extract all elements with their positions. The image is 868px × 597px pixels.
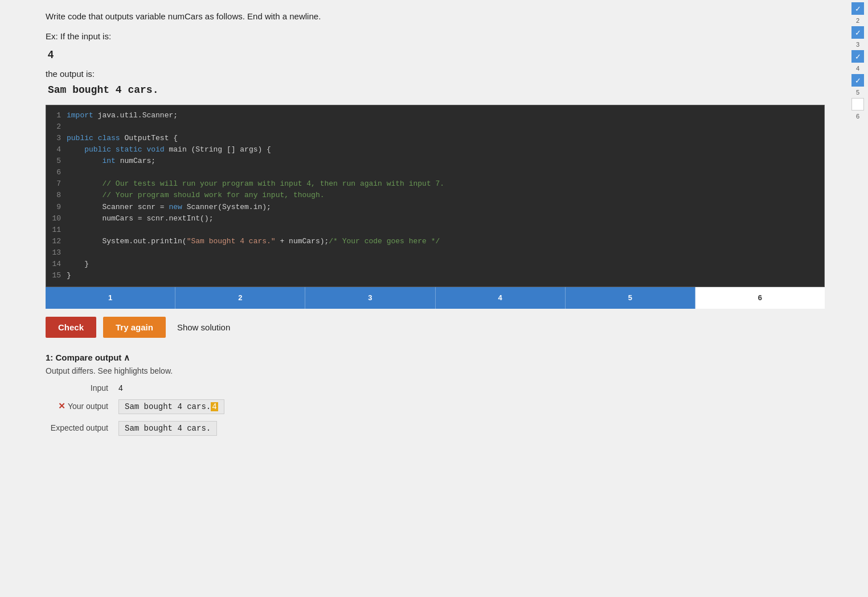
compare-header: 1: Compare output ∧	[46, 353, 825, 363]
code-line-10: 10 numCars = scnr.nextInt();	[46, 213, 824, 224]
sidebar-num-5: 6	[856, 113, 859, 120]
input-label: Input	[46, 383, 108, 392]
code-line-15: 15 }	[46, 270, 824, 281]
sidebar-num-2: 3	[856, 41, 859, 48]
your-output-prefix: Sam bought 4 cars.	[125, 402, 211, 411]
expected-output-box: Sam bought 4 cars.	[118, 421, 217, 436]
right-sidebar: ✓ 2 ✓ 3 ✓ 4 ✓ 5 6	[847, 0, 868, 597]
code-line-3: 3 public class OutputTest {	[46, 133, 824, 144]
try-again-button[interactable]: Try again	[103, 317, 166, 338]
expected-output-row: Expected output Sam bought 4 cars.	[46, 421, 825, 436]
buttons-row: Check Try again Show solution	[46, 309, 825, 348]
progress-bar: 1 2 3 4 5 6	[46, 287, 825, 309]
sidebar-check-4[interactable]: ✓	[851, 74, 864, 87]
sidebar-item-2[interactable]: ✓ 3	[851, 26, 864, 48]
expected-output-label: Expected output	[46, 423, 108, 432]
your-output-suffix: 4	[211, 402, 218, 411]
code-line-12: 12 System.out.println("Sam bought 4 cars…	[46, 236, 824, 247]
show-solution-button[interactable]: Show solution	[173, 317, 235, 338]
code-editor[interactable]: 1 import java.util.Scanner; 2 3 public c…	[46, 105, 825, 287]
description-text: Write code that outputs variable numCars…	[46, 10, 825, 23]
code-line-13: 13	[46, 247, 824, 259]
code-line-14: 14 }	[46, 259, 824, 270]
progress-seg-1: 1	[46, 287, 175, 309]
compare-input-row: Input 4	[46, 383, 825, 392]
code-line-2: 2	[46, 121, 824, 133]
code-line-1: 1 import java.util.Scanner;	[46, 110, 824, 121]
progress-seg-6: 6	[695, 287, 825, 309]
compare-section: 1: Compare output ∧ Output differs. See …	[46, 353, 825, 436]
progress-seg-4: 4	[436, 287, 566, 309]
code-line-6: 6	[46, 167, 824, 178]
sidebar-item-3[interactable]: ✓ 4	[851, 50, 864, 72]
code-line-5: 5 int numCars;	[46, 156, 824, 167]
your-output-label: ✕ Your output	[46, 401, 108, 411]
sidebar-check-1[interactable]: ✓	[851, 2, 864, 15]
sidebar-item-1[interactable]: ✓ 2	[851, 2, 864, 24]
error-x-icon: ✕	[58, 401, 65, 411]
sidebar-check-2[interactable]: ✓	[851, 26, 864, 39]
input-value: 4	[48, 49, 825, 61]
progress-seg-5: 5	[566, 287, 695, 309]
sidebar-num-1: 2	[856, 17, 859, 24]
sidebar-num-4: 5	[856, 89, 859, 96]
sidebar-item-4[interactable]: ✓ 5	[851, 74, 864, 96]
output-label: the output is:	[46, 69, 825, 79]
check-button[interactable]: Check	[46, 317, 96, 338]
output-value: Sam bought 4 cars.	[48, 84, 825, 96]
code-line-9: 9 Scanner scnr = new Scanner(System.in);	[46, 202, 824, 213]
input-val: 4	[118, 383, 123, 392]
code-line-7: 7 // Our tests will run your program wit…	[46, 178, 824, 190]
code-line-11: 11	[46, 224, 824, 236]
sidebar-item-5[interactable]: 6	[851, 98, 864, 120]
progress-seg-3: 3	[305, 287, 435, 309]
code-line-4: 4 public static void main (String [] arg…	[46, 144, 824, 156]
your-output-box: Sam bought 4 cars.4	[118, 399, 224, 414]
progress-seg-2: 2	[175, 287, 305, 309]
sidebar-check-3[interactable]: ✓	[851, 50, 864, 63]
expected-output-value: Sam bought 4 cars.	[125, 424, 211, 433]
sidebar-num-3: 4	[856, 65, 859, 72]
code-line-8: 8 // Your program should work for any in…	[46, 190, 824, 201]
compare-sub: Output differs. See highlights below.	[46, 366, 825, 375]
sidebar-check-5[interactable]	[851, 98, 864, 111]
example-label: Ex: If the input is:	[46, 31, 825, 41]
your-output-row: ✕ Your output Sam bought 4 cars.4	[46, 399, 825, 414]
